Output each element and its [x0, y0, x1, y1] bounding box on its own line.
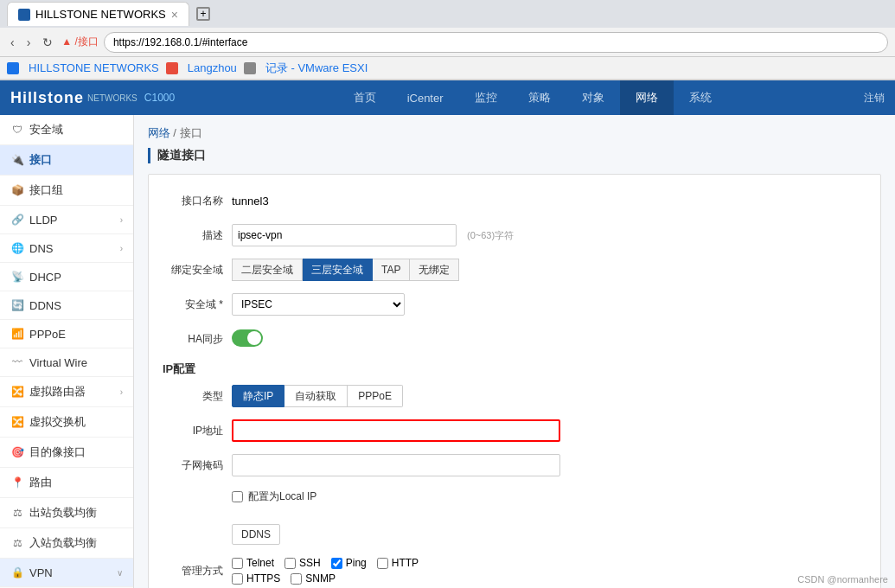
sidebar-label: 接口 — [29, 152, 52, 168]
sidebar-label: 出站负载均衡 — [29, 505, 97, 521]
security-warning: ▲ /接口 — [61, 35, 99, 49]
sidebar-item-route[interactable]: 📍 路由 — [0, 468, 133, 498]
snmp-label: SNMP — [305, 572, 336, 585]
sidebar-item-mirror[interactable]: 🎯 目的像接口 — [0, 438, 133, 468]
description-hint: (0~63)字符 — [467, 229, 514, 242]
nav-policy[interactable]: 策略 — [513, 80, 566, 115]
ha-sync-toggle[interactable] — [232, 329, 263, 347]
subnet-mask-row: 子网掩码 — [163, 453, 866, 477]
nav-object[interactable]: 对象 — [566, 80, 620, 115]
nav-system[interactable]: 系统 — [674, 80, 727, 115]
ssh-checkbox[interactable] — [284, 558, 296, 569]
sidebar-item-vpn[interactable]: 🔒 VPN ∨ — [0, 559, 133, 587]
bookmark-1[interactable]: HILLSTONE NETWORKS — [29, 61, 159, 74]
telnet-checkbox[interactable] — [232, 558, 243, 569]
ip-tab-auto[interactable]: 自动获取 — [284, 385, 348, 407]
sidebar-item-dns[interactable]: 🌐 DNS › — [0, 234, 133, 263]
mgmt-telnet: Telnet — [232, 557, 274, 569]
security-zone-label: 安全域 * — [163, 297, 232, 312]
nav-icenter[interactable]: iCenter — [392, 80, 459, 115]
breadcrumb-parent[interactable]: 网络 — [148, 126, 170, 139]
sidebar-item-dhcp[interactable]: 📡 DHCP — [0, 263, 133, 291]
sidebar-item-vrouter[interactable]: 🔀 虚拟路由器 › — [0, 377, 133, 407]
sidebar-item-inbound-lb[interactable]: ⚖ 入站负载均衡 — [0, 528, 133, 559]
zone-tab-layer3[interactable]: 三层安全域 — [303, 259, 373, 281]
ip-tab-pppoe[interactable]: PPPoE — [348, 385, 403, 407]
model-badge: C1000 — [144, 92, 175, 104]
security-zone-select[interactable]: IPSEC — [232, 293, 405, 316]
subnet-mask-input[interactable] — [232, 454, 560, 476]
sidebar-label: PPPoE — [29, 328, 66, 341]
back-button[interactable]: ‹ — [7, 34, 18, 51]
sidebar-item-interface[interactable]: 🔌 接口 — [0, 145, 133, 176]
nav-home[interactable]: 首页 — [338, 80, 392, 115]
ip-address-control — [232, 419, 560, 442]
subnet-mask-label: 子网掩码 — [163, 458, 232, 473]
box-icon: 📦 — [10, 183, 24, 197]
target-icon: 🎯 — [10, 445, 24, 459]
sidebar-label: Virtual Wire — [29, 356, 87, 369]
bind-zone-row: 绑定安全域 二层安全域 三层安全域 TAP 无绑定 — [163, 258, 866, 282]
chevron-right-icon-vr: › — [120, 387, 123, 397]
local-ip-row: 配置为Local IP — [163, 488, 866, 512]
ip-address-label: IP地址 — [163, 424, 232, 438]
sidebar-item-interface-group[interactable]: 📦 接口组 — [0, 176, 133, 206]
ddns-button[interactable]: DDNS — [232, 524, 280, 545]
security-zone-control: IPSEC — [232, 293, 560, 316]
ip-address-input[interactable] — [232, 419, 560, 442]
zone-tab-layer2[interactable]: 二层安全域 — [232, 259, 303, 281]
interface-name-row: 接口名称 tunnel3 — [163, 189, 866, 213]
mgmt-http: HTTP — [377, 557, 419, 569]
ha-sync-control — [232, 329, 560, 349]
sidebar-item-pppoe[interactable]: 📶 PPPoE — [0, 320, 133, 348]
security-zone-row: 安全域 * IPSEC — [163, 292, 866, 316]
zone-tab-tap[interactable]: TAP — [373, 259, 410, 281]
sidebar-label: 虚拟路由器 — [29, 384, 86, 399]
nav-network[interactable]: 网络 — [620, 80, 674, 115]
page-title: 隧道接口 — [148, 148, 881, 163]
mgmt-https: HTTPS — [232, 572, 280, 585]
tab-close[interactable]: × — [171, 8, 178, 22]
refresh-icon: 🔄 — [10, 298, 24, 312]
description-input[interactable] — [232, 224, 457, 246]
sidebar-item-lldp[interactable]: 🔗 LLDP › — [0, 206, 133, 234]
zone-tabs-control: 二层安全域 三层安全域 TAP 无绑定 — [232, 259, 560, 281]
snmp-checkbox[interactable] — [291, 573, 302, 585]
reload-button[interactable]: ↻ — [39, 34, 56, 51]
ip-config-title: IP配置 — [163, 361, 866, 377]
sidebar-item-security-zone[interactable]: 🛡 安全域 — [0, 115, 133, 145]
signal-icon: 📡 — [10, 270, 24, 284]
forward-button[interactable]: › — [23, 34, 35, 51]
http-checkbox[interactable] — [377, 558, 388, 569]
mgmt-options-row: Telnet SSH Ping — [232, 557, 664, 569]
sidebar-label: DNS — [29, 242, 53, 255]
mgmt-ping: Ping — [331, 557, 367, 569]
bookmark-3[interactable]: 记录 - VMware ESXI — [265, 61, 368, 76]
ip-tab-static[interactable]: 静态IP — [232, 385, 284, 407]
new-tab-button[interactable]: + — [196, 7, 210, 21]
nav-monitor[interactable]: 监控 — [459, 80, 513, 115]
globe-icon: 🌐 — [10, 241, 24, 255]
balance-icon-out: ⚖ — [10, 506, 24, 520]
browser-tab-1[interactable]: HILLSTONE NETWORKS × — [7, 2, 189, 26]
chevron-right-icon: › — [120, 215, 123, 225]
sidebar: 🛡 安全域 🔌 接口 📦 接口组 🔗 LLDP › 🌐 DNS › — [0, 115, 134, 588]
link-icon: 🔗 — [10, 213, 24, 227]
sidebar-item-virtualwire[interactable]: 〰 Virtual Wire — [0, 348, 133, 377]
ping-checkbox[interactable] — [331, 558, 342, 569]
sidebar-item-ddns[interactable]: 🔄 DDNS — [0, 291, 133, 320]
sidebar-item-outbound-lb[interactable]: ⚖ 出站负载均衡 — [0, 498, 133, 528]
bookmark-2[interactable]: Langzhou — [188, 61, 237, 74]
local-ip-checkbox[interactable] — [232, 491, 243, 502]
interface-name-value: tunnel3 — [232, 195, 269, 208]
bind-zone-label: 绑定安全域 — [163, 263, 232, 278]
zone-tab-none[interactable]: 无绑定 — [410, 259, 459, 281]
ip-type-row: 类型 静态IP 自动获取 PPPoE — [163, 384, 866, 408]
ip-address-row: IP地址 — [163, 419, 866, 443]
nav-logout[interactable]: 注销 — [864, 91, 885, 105]
breadcrumb-current: 接口 — [180, 126, 202, 139]
sidebar-item-vswitch[interactable]: 🔀 虚拟交换机 — [0, 407, 133, 438]
ssh-label: SSH — [299, 557, 321, 569]
https-checkbox[interactable] — [232, 573, 243, 585]
address-bar[interactable] — [104, 32, 888, 53]
